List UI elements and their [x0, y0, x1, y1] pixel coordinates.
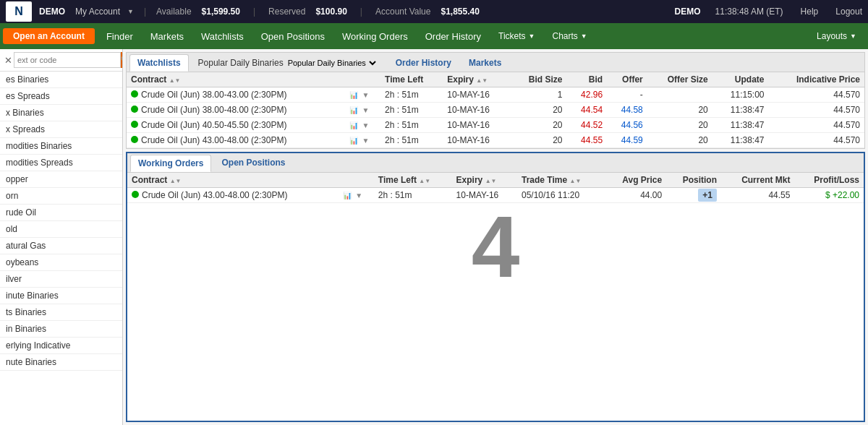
myaccount-link[interactable]: My Account [75, 7, 120, 17]
th-expiry[interactable]: Expiry ▲▼ [443, 72, 511, 87]
sidebar-item-gold[interactable]: old [0, 221, 122, 238]
top-bar-right: DEMO 11:38:48 AM (ET) Help Logout [675, 7, 862, 17]
help-link[interactable]: Help [801, 7, 819, 17]
nav-item-open-positions[interactable]: Open Positions [252, 23, 333, 49]
sidebar-item-corn[interactable]: orn [0, 188, 122, 205]
nav-item-order-history[interactable]: Order History [417, 23, 490, 49]
sidebar-search-bar: ✕ 🔍 [0, 49, 122, 72]
sidebar-item-ts-binaries[interactable]: ts Binaries [0, 304, 122, 321]
sidebar-item-es-spreads[interactable]: es Spreads [0, 88, 122, 105]
nav-item-layouts[interactable]: Layouts ▼ [808, 23, 865, 49]
logout-link[interactable]: Logout [835, 7, 862, 17]
sidebar-item-underlying-indicative[interactable]: erlying Indicative [0, 338, 122, 354]
th-bid[interactable]: Bid [567, 72, 608, 87]
tab-markets[interactable]: Markets [461, 54, 509, 72]
bth-expiry[interactable]: Expiry ▲▼ [452, 173, 517, 188]
sidebar-item-commodities-binaries[interactable]: modities Binaries [0, 138, 122, 155]
td-offer-3[interactable]: 44.59 [607, 133, 647, 148]
td-bid-3[interactable]: 44.55 [567, 133, 608, 148]
tab-watchlists[interactable]: Watchlists [129, 54, 189, 72]
bth-time-left[interactable]: Time Left ▲▼ [374, 173, 452, 188]
sort-arrow-expiry: ▲▼ [476, 77, 488, 84]
available-value: $1,599.50 [202, 7, 240, 17]
chart-icon-btn-0[interactable]: 📊 [349, 91, 359, 99]
sidebar-item-commodities-spreads[interactable]: modities Spreads [0, 155, 122, 171]
tab-popular-daily[interactable]: Popular Daily Binaries Popular Daily Bin… [190, 54, 386, 72]
dropdown-icon-btn-0[interactable]: ▼ [361, 91, 370, 99]
sidebar-item-copper[interactable]: opper [0, 171, 122, 188]
td-contract-1: Crude Oil (Jun) 38.00-48.00 (2:30PM) [127, 103, 344, 118]
sidebar-item-nute-binaries[interactable]: nute Binaries [0, 354, 122, 371]
chart-icon-btn-2[interactable]: 📊 [349, 121, 359, 129]
td-bid-1[interactable]: 44.54 [567, 103, 608, 118]
tab-order-history[interactable]: Order History [388, 54, 459, 72]
td-time-left-0: 2h : 51m [380, 87, 443, 103]
sort-arrow-bexpiry: ▲▼ [485, 178, 497, 184]
top-bar-sep2: | [253, 7, 255, 17]
nav-item-tickets[interactable]: Tickets ▼ [490, 23, 543, 49]
bth-trade-time[interactable]: Trade Time ▲▼ [517, 173, 605, 188]
th-offer-size[interactable]: Offer Size [647, 72, 712, 87]
td-icons-0: 📊 ▼ [344, 87, 380, 103]
open-account-button[interactable]: Open an Account [3, 28, 95, 44]
status-dot-3 [131, 136, 138, 143]
dropdown-arrow[interactable]: ▼ [127, 8, 134, 15]
sidebar-item-crude-oil[interactable]: rude Oil [0, 205, 122, 221]
dropdown-icon-btn-2[interactable]: ▼ [361, 121, 370, 129]
nav-item-working-orders[interactable]: Working Orders [333, 23, 417, 49]
sidebar-item-soybeans[interactable]: oybeans [0, 254, 122, 271]
th-update[interactable]: Update [712, 72, 769, 87]
nav-item-markets[interactable]: Markets [142, 23, 192, 49]
bchart-icon-btn-0[interactable]: 📊 [342, 192, 352, 199]
sidebar-item-x-spreads[interactable]: x Spreads [0, 121, 122, 138]
th-bid-size[interactable]: Bid Size [511, 72, 567, 87]
sidebar-item-es-binaries[interactable]: es Binaries [0, 72, 122, 88]
th-contract[interactable]: Contract ▲▼ [127, 72, 344, 87]
nav-item-watchlists[interactable]: Watchlists [192, 23, 252, 49]
td-icons-3: 📊 ▼ [344, 133, 380, 148]
bstatus-dot-0 [132, 191, 139, 198]
dropdown-icon-btn-3[interactable]: ▼ [361, 137, 370, 145]
bdropdown-icon-btn-0[interactable]: ▼ [354, 192, 363, 199]
td-offer-2[interactable]: 44.56 [607, 118, 647, 133]
sidebar-item-natural-gas[interactable]: atural Gas [0, 238, 122, 254]
logo: N [6, 1, 32, 22]
tickets-arrow-icon: ▼ [529, 33, 535, 40]
bth-profit-loss[interactable]: Profit/Loss [794, 173, 864, 188]
nav-item-finder[interactable]: Finder [98, 23, 142, 49]
chart-icon-btn-3[interactable]: 📊 [349, 137, 359, 145]
top-table-section: Watchlists Popular Daily Binaries Popula… [126, 52, 865, 149]
nav-bar: Open an Account Finder Markets Watchlist… [0, 23, 868, 49]
td-bid-size-1: 20 [511, 103, 567, 118]
dropdown-icon-btn-1[interactable]: ▼ [361, 106, 370, 114]
bth-avg-price[interactable]: Avg Price [605, 173, 667, 188]
nav-item-charts[interactable]: Charts ▼ [544, 23, 596, 49]
popular-daily-dropdown[interactable]: Popular Daily Binaries [285, 58, 378, 68]
td-indicative-2: 44.570 [769, 118, 865, 133]
sidebar-item-x-binaries[interactable]: x Binaries [0, 105, 122, 121]
td-expiry-0: 10-MAY-16 [443, 87, 511, 103]
th-time-left[interactable]: Time Left [380, 72, 443, 87]
search-input[interactable] [14, 52, 121, 68]
bth-contract[interactable]: Contract ▲▼ [127, 173, 338, 188]
btd-contract-0: Crude Oil (Jun) 43.00-48.00 (2:30PM) [127, 188, 338, 203]
sidebar-close-button[interactable]: ✕ [3, 53, 14, 67]
sidebar-item-silver[interactable]: ilver [0, 271, 122, 288]
tab-open-positions[interactable]: Open Positions [214, 155, 292, 172]
content-area: Watchlists Popular Daily Binaries Popula… [123, 49, 868, 425]
tab-working-orders[interactable]: Working Orders [130, 155, 211, 172]
td-icons-2: 📊 ▼ [344, 118, 380, 133]
bth-current-mkt[interactable]: Current Mkt [721, 173, 794, 188]
bth-position[interactable]: Position [666, 173, 721, 188]
td-bid-2[interactable]: 44.52 [567, 118, 608, 133]
chart-icon-btn-1[interactable]: 📊 [349, 106, 359, 114]
th-offer[interactable]: Offer [607, 72, 647, 87]
btd-current-mkt-0: 44.55 [721, 188, 794, 203]
sidebar-item-in-binaries[interactable]: in Binaries [0, 321, 122, 338]
sidebar-item-minute-binaries[interactable]: inute Binaries [0, 288, 122, 304]
table-header-row: Contract ▲▼ Time Left Expiry ▲▼ Bid Siz [127, 72, 864, 87]
charts-label: Charts [553, 31, 578, 41]
td-offer-0[interactable]: - [607, 87, 647, 103]
td-bid-0[interactable]: 42.96 [567, 87, 608, 103]
td-offer-1[interactable]: 44.58 [607, 103, 647, 118]
